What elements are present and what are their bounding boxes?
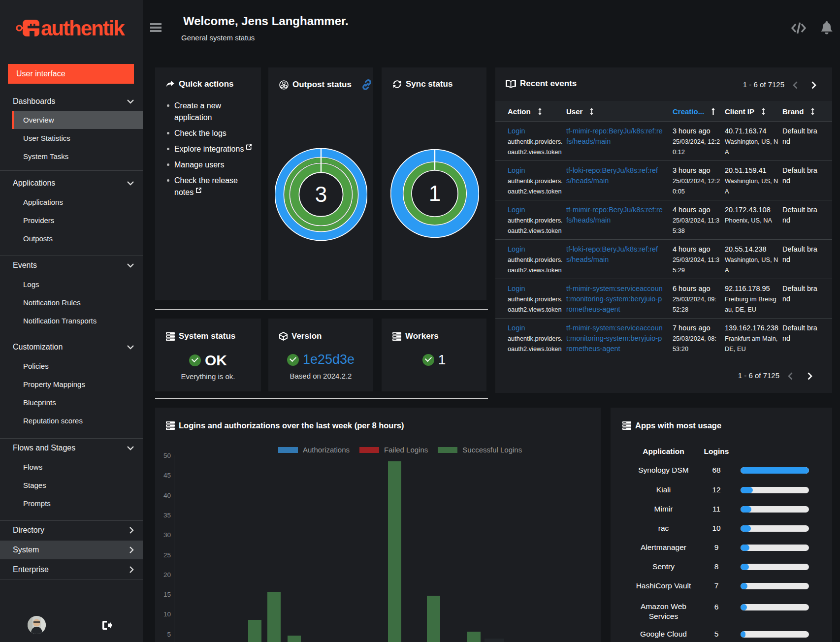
svg-text:1: 1 — [429, 181, 441, 205]
svg-text:authentik: authentik — [41, 18, 125, 39]
svg-text:3: 3 — [315, 182, 327, 206]
